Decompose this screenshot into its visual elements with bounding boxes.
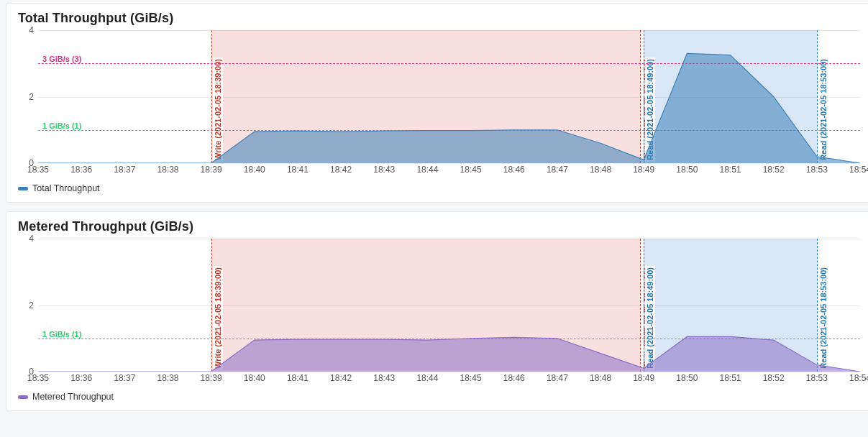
- x-tick-label: 18:35: [27, 165, 49, 175]
- chart-total[interactable]: 024Write (2021-02-05 18:39:00)Write (202…: [17, 30, 863, 178]
- x-tick-label: 18:44: [416, 165, 438, 175]
- x-tick-label: 18:39: [201, 373, 222, 383]
- x-tick-label: 18:40: [244, 373, 265, 383]
- x-tick-label: 18:54: [849, 373, 868, 383]
- x-tick-label: 18:36: [70, 373, 92, 383]
- x-tick-label: 18:42: [330, 373, 352, 383]
- x-tick-label: 18:48: [590, 373, 611, 383]
- y-tick-label: 4: [29, 234, 38, 244]
- x-tick-label: 18:51: [720, 373, 741, 383]
- x-tick-label: 18:53: [806, 165, 828, 175]
- legend-label: Metered Throughput: [32, 392, 114, 402]
- x-tick-label: 18:50: [676, 373, 698, 383]
- legend[interactable]: Metered Throughput: [18, 392, 863, 402]
- x-tick-label: 18:37: [114, 373, 135, 383]
- x-tick-label: 18:41: [287, 373, 309, 383]
- panel-title: Metered Throughput (GiB/s): [18, 219, 863, 234]
- x-tick-label: 18:40: [244, 165, 265, 175]
- y-tick-label: 2: [29, 300, 38, 310]
- y-tick-label: 4: [29, 25, 38, 35]
- x-tick-label: 18:47: [547, 165, 568, 175]
- plot-area: 024Write (2021-02-05 18:39:00)Write (202…: [38, 239, 860, 372]
- x-tick-label: 18:39: [201, 165, 222, 175]
- legend-swatch: [18, 395, 28, 399]
- plot-area: 024Write (2021-02-05 18:39:00)Write (202…: [38, 30, 860, 163]
- series-area: [38, 239, 860, 372]
- x-tick-label: 18:38: [157, 165, 178, 175]
- legend-label: Total Throughput: [32, 183, 100, 193]
- x-tick-label: 18:49: [633, 373, 654, 383]
- x-tick-label: 18:48: [590, 165, 611, 175]
- x-tick-label: 18:36: [70, 165, 92, 175]
- panel-title: Total Throughput (GiB/s): [18, 11, 863, 26]
- x-tick-label: 18:35: [27, 373, 49, 383]
- x-tick-label: 18:51: [720, 165, 741, 175]
- x-tick-label: 18:38: [157, 373, 178, 383]
- x-tick-label: 18:43: [373, 373, 395, 383]
- chart-metered[interactable]: 024Write (2021-02-05 18:39:00)Write (202…: [17, 239, 863, 386]
- x-tick-label: 18:42: [330, 165, 352, 175]
- x-axis: 18:3518:3618:3718:3818:3918:4018:4118:42…: [38, 163, 860, 178]
- x-tick-label: 18:52: [763, 373, 785, 383]
- x-tick-label: 18:52: [763, 165, 785, 175]
- x-axis: 18:3518:3618:3718:3818:3918:4018:4118:42…: [38, 372, 860, 386]
- panel-total-throughput: Total Throughput (GiB/s) 024Write (2021-…: [6, 3, 868, 203]
- x-tick-label: 18:46: [503, 165, 525, 175]
- series-area: [38, 30, 860, 163]
- x-tick-label: 18:44: [416, 373, 438, 383]
- y-tick-label: 2: [29, 92, 38, 102]
- x-tick-label: 18:47: [547, 373, 568, 383]
- legend-swatch: [18, 187, 28, 190]
- panel-metered-throughput: Metered Throughput (GiB/s) 024Write (202…: [6, 211, 868, 411]
- x-tick-label: 18:54: [849, 165, 868, 175]
- x-tick-label: 18:50: [676, 165, 698, 175]
- x-tick-label: 18:45: [460, 165, 482, 175]
- x-tick-label: 18:49: [633, 165, 654, 175]
- x-tick-label: 18:37: [114, 165, 135, 175]
- legend[interactable]: Total Throughput: [18, 183, 863, 193]
- x-tick-label: 18:43: [373, 165, 395, 175]
- x-tick-label: 18:45: [460, 373, 482, 383]
- x-tick-label: 18:46: [503, 373, 525, 383]
- x-tick-label: 18:53: [806, 373, 828, 383]
- x-tick-label: 18:41: [287, 165, 309, 175]
